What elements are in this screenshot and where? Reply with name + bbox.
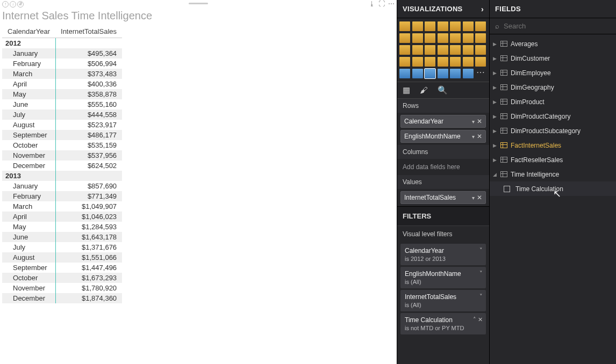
year-cell[interactable]: 2013 xyxy=(2,171,55,181)
table-row[interactable]: October$1,673,293 xyxy=(2,273,122,283)
table-row[interactable]: August$523,917 xyxy=(2,120,122,130)
fields-header[interactable]: FIELDS xyxy=(490,0,616,18)
table-row[interactable]: July$444,558 xyxy=(2,110,122,120)
field-chip[interactable]: CalendarYear▾✕ xyxy=(400,115,486,128)
expand-tree-icon[interactable]: ▶ xyxy=(493,41,497,47)
field-chip[interactable]: EnglishMonthName▾✕ xyxy=(400,130,486,143)
expand-tree-icon[interactable]: ▶ xyxy=(493,85,497,90)
field-checkbox[interactable] xyxy=(504,186,510,192)
filter-expand-icon[interactable]: ˅ xyxy=(479,270,483,277)
chip-remove-icon[interactable]: ✕ xyxy=(477,194,482,201)
fields-tab-icon[interactable]: ▦ xyxy=(403,85,410,95)
expand-tree-icon[interactable]: ▶ xyxy=(493,56,497,61)
filter-expand-icon[interactable]: ˄ ✕ xyxy=(473,316,483,323)
matrix-visual[interactable]: CalendarYear InternetTotalSales 2012Janu… xyxy=(2,25,122,303)
focus-mode-icon[interactable]: ⛶ xyxy=(378,0,385,8)
table-row[interactable]: May$358,878 xyxy=(2,89,122,99)
visual-type-icon[interactable] xyxy=(425,57,435,67)
rows-well[interactable]: CalendarYear▾✕EnglishMonthName▾✕ xyxy=(397,113,489,145)
visual-type-icon[interactable] xyxy=(463,69,474,78)
filter-expand-icon[interactable]: ˅ xyxy=(479,247,483,254)
chip-menu-icon[interactable]: ▾ xyxy=(472,119,475,125)
chip-remove-icon[interactable]: ✕ xyxy=(477,118,482,125)
visual-type-icon[interactable] xyxy=(412,21,423,31)
visual-type-icon[interactable] xyxy=(412,69,423,78)
table-row[interactable]: November$1,780,920 xyxy=(2,283,122,293)
table-row[interactable]: April$400,336 xyxy=(2,79,122,89)
table-row[interactable]: December$624,502 xyxy=(2,161,122,171)
visual-type-icon[interactable] xyxy=(475,21,486,31)
table-row[interactable]: March$373,483 xyxy=(2,69,122,79)
chip-menu-icon[interactable]: ▾ xyxy=(472,134,475,140)
visual-type-icon[interactable] xyxy=(450,45,461,55)
visual-type-icon[interactable] xyxy=(475,57,486,67)
visual-type-icon[interactable] xyxy=(399,21,410,31)
visual-type-icon[interactable] xyxy=(438,21,448,31)
table-row[interactable]: June$555,160 xyxy=(2,99,122,110)
table-row[interactable]: April$1,046,023 xyxy=(2,212,122,222)
visual-type-icon[interactable] xyxy=(412,57,423,67)
expand-tree-icon[interactable]: ◢ xyxy=(493,172,497,177)
chip-menu-icon[interactable]: ▾ xyxy=(472,195,475,201)
table-row[interactable]: December$1,874,360 xyxy=(2,293,122,303)
expand-tree-icon[interactable]: ▶ xyxy=(493,70,497,76)
field-table-row[interactable]: ▶DimProductSubcategory xyxy=(490,123,616,138)
filter-item[interactable]: CalendarYearis 2012 or 2013˅ xyxy=(400,244,486,265)
table-row[interactable]: August$1,551,066 xyxy=(2,252,122,263)
visual-type-icon[interactable] xyxy=(425,21,435,31)
format-tab-icon[interactable]: 🖌 xyxy=(420,85,428,95)
visual-type-icon[interactable] xyxy=(463,21,474,31)
visual-type-icon[interactable] xyxy=(475,45,486,55)
expand-tree-icon[interactable]: ▶ xyxy=(493,114,497,119)
table-row[interactable]: May$1,284,593 xyxy=(2,222,122,232)
visual-type-icon[interactable] xyxy=(399,45,410,55)
field-table-row[interactable]: ▶DimEmployee xyxy=(490,65,616,80)
expand-tree-icon[interactable]: ▶ xyxy=(493,157,497,163)
visual-type-icon[interactable] xyxy=(438,33,448,43)
expand-tree-icon[interactable]: ▶ xyxy=(493,143,497,148)
visual-drag-handle[interactable] xyxy=(189,3,208,4)
search-input[interactable] xyxy=(504,22,611,30)
pin-icon[interactable]: ⭳ xyxy=(369,0,375,8)
visualizations-header[interactable]: VISUALIZATIONS › xyxy=(397,0,489,18)
drilldown-icon[interactable]: ↓ xyxy=(10,1,16,8)
values-well[interactable]: InternetTotalSales▾✕ xyxy=(397,189,489,206)
table-row[interactable]: November$537,956 xyxy=(2,150,122,161)
expand-tree-icon[interactable]: ▶ xyxy=(493,99,497,105)
fields-search[interactable]: ⌕ xyxy=(490,18,616,34)
collapse-pane-icon[interactable]: › xyxy=(481,5,484,13)
table-row[interactable]: January$857,690 xyxy=(2,181,122,191)
table-row[interactable]: June$1,643,178 xyxy=(2,232,122,242)
chip-remove-icon[interactable]: ✕ xyxy=(477,133,482,140)
visual-type-icon[interactable] xyxy=(463,45,474,55)
visual-type-icon[interactable] xyxy=(412,45,423,55)
expand-tree-icon[interactable]: ▶ xyxy=(493,128,497,134)
visual-type-icon[interactable] xyxy=(463,33,474,43)
filter-expand-icon[interactable]: ˅ xyxy=(479,293,483,300)
table-row[interactable]: March$1,049,907 xyxy=(2,201,122,212)
table-row[interactable]: September$486,177 xyxy=(2,130,122,140)
visual-type-icon[interactable] xyxy=(450,57,461,67)
col-header-year[interactable]: CalendarYear xyxy=(2,25,55,38)
table-row[interactable]: February$771,349 xyxy=(2,191,122,201)
visual-type-icon[interactable] xyxy=(438,45,448,55)
filter-item[interactable]: Time Calculationis not MTD or PY MTD˄ ✕ xyxy=(400,313,486,334)
more-visuals-icon[interactable]: ⋯ xyxy=(475,69,486,78)
visual-type-icon[interactable] xyxy=(399,33,410,43)
visual-type-icon[interactable] xyxy=(450,33,461,43)
filter-item[interactable]: InternetTotalSalesis (All)˅ xyxy=(400,290,486,311)
visual-type-icon[interactable] xyxy=(425,69,435,78)
visual-type-icon[interactable] xyxy=(412,33,423,43)
analytics-tab-icon[interactable]: 🔍 xyxy=(438,85,448,95)
drillup-icon[interactable]: ↑ xyxy=(2,1,9,8)
filter-item[interactable]: EnglishMonthNameis (All)˅ xyxy=(400,267,486,288)
visual-type-icon[interactable] xyxy=(425,45,435,55)
table-row[interactable]: January$495,364 xyxy=(2,48,122,59)
table-row[interactable]: February$506,994 xyxy=(2,59,122,69)
more-options-icon[interactable]: ⋯ xyxy=(388,0,395,8)
visual-type-icon[interactable] xyxy=(475,33,486,43)
columns-well-placeholder[interactable]: Add data fields here xyxy=(397,159,489,175)
field-table-row[interactable]: ▶DimProduct xyxy=(490,94,616,109)
field-table-row[interactable]: ◢Time Intelligence xyxy=(490,167,616,181)
table-row[interactable]: September$1,447,496 xyxy=(2,263,122,273)
